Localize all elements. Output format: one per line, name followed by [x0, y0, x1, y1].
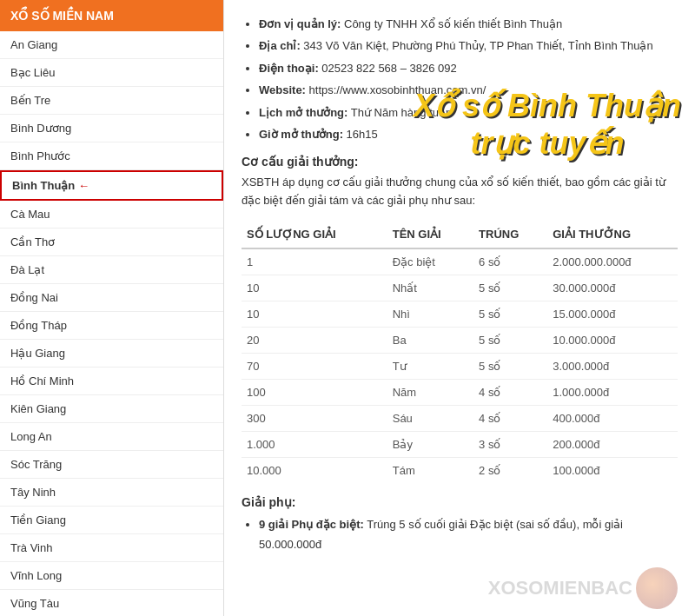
table-cell: 300: [242, 405, 387, 431]
table-header-cell: SỐ LƯỢNG GIẢI: [242, 221, 387, 248]
watermark-text: XOSOMIENBAC: [488, 577, 632, 599]
info-item: Đơn vị quản lý: Công ty TNHH Xổ số kiến …: [259, 14, 678, 34]
table-cell: 1.000: [242, 431, 387, 457]
table-row: 10Nhất5 số30.000.000đ: [242, 275, 678, 301]
table-header-cell: TÊN GIẢI: [387, 221, 473, 248]
table-cell: 3.000.000đ: [547, 353, 678, 379]
table-cell: 400.000đ: [547, 405, 678, 431]
table-cell: 5 số: [473, 353, 547, 379]
table-cell: 15.000.000đ: [547, 301, 678, 327]
sidebar-item-hồ-chí-minh[interactable]: Hồ Chí Minh: [0, 368, 223, 395]
table-cell: Nhì: [387, 301, 473, 327]
prize-table: SỐ LƯỢNG GIẢITÊN GIẢITRÚNGGIẢI THƯỞNG 1Đ…: [242, 221, 678, 483]
table-cell: 10: [242, 275, 387, 301]
table-cell: 20: [242, 327, 387, 353]
sidebar-item-vũng-tàu[interactable]: Vũng Tàu: [0, 590, 223, 616]
table-cell: Ba: [387, 327, 473, 353]
info-item: Website: https://www.xosobinhthuan.com.v…: [259, 80, 678, 100]
sidebar-item-hậu-giang[interactable]: Hậu Giang: [0, 340, 223, 368]
sidebar-item-vĩnh-long[interactable]: Vĩnh Long: [0, 562, 223, 590]
sidebar-item-bến-tre[interactable]: Bến Tre: [0, 87, 223, 115]
sidebar-item-kiên-giang[interactable]: Kiên Giang: [0, 395, 223, 423]
table-cell: 3 số: [473, 431, 547, 457]
sidebar-item-đồng-nai[interactable]: Đồng Nai: [0, 284, 223, 312]
table-cell: 6 số: [473, 248, 547, 275]
sidebar-item-cần-thơ[interactable]: Cần Thơ: [0, 229, 223, 256]
sidebar: XỔ SỐ MIỀN NAM An GiangBạc LiêuBến TreBì…: [0, 0, 224, 616]
info-item: Giờ mở thưởng: 16h15: [259, 124, 678, 144]
table-row: 70Tư5 số3.000.000đ: [242, 353, 678, 379]
table-row: 100Năm4 số1.000.000đ: [242, 379, 678, 405]
table-cell: Bảy: [387, 431, 473, 457]
sidebar-item-đồng-tháp[interactable]: Đồng Tháp: [0, 312, 223, 340]
info-item: Điện thoại: 02523 822 568 – 3826 092: [259, 58, 678, 78]
table-body: 1Đặc biệt6 số2.000.000.000đ10Nhất5 số30.…: [242, 248, 678, 483]
table-cell: Tám: [387, 457, 473, 483]
table-cell: 2 số: [473, 457, 547, 483]
table-cell: 10.000.000đ: [547, 327, 678, 353]
sidebar-item-tây-ninh[interactable]: Tây Ninh: [0, 479, 223, 507]
table-cell: 100: [242, 379, 387, 405]
table-cell: 5 số: [473, 301, 547, 327]
sidebar-item-trà-vinh[interactable]: Trà Vinh: [0, 534, 223, 562]
sidebar-items-container: An GiangBạc LiêuBến TreBình DươngBình Ph…: [0, 31, 223, 616]
table-cell: 4 số: [473, 405, 547, 431]
table-cell: 2.000.000.000đ: [547, 248, 678, 275]
table-cell: 200.000đ: [547, 431, 678, 457]
table-row: 10Nhì5 số15.000.000đ: [242, 301, 678, 327]
table-cell: 10: [242, 301, 387, 327]
giai-phu-item: 9 giải Phụ đặc biệt: Trúng 5 số cuối giả…: [259, 514, 678, 555]
table-cell: Đặc biệt: [387, 248, 473, 275]
table-cell: 70: [242, 353, 387, 379]
sidebar-header: XỔ SỐ MIỀN NAM: [0, 0, 223, 31]
desc-text: XSBTH áp dụng cơ cấu giải thưởng chung c…: [242, 174, 678, 210]
watermark: XOSOMIENBAC: [488, 567, 678, 609]
sidebar-item-bình-thuận[interactable]: Bình Thuận: [0, 170, 223, 201]
table-header-row: SỐ LƯỢNG GIẢITÊN GIẢITRÚNGGIẢI THƯỞNG: [242, 221, 678, 248]
table-cell: 5 số: [473, 327, 547, 353]
info-item: Lịch mở thưởng: Thứ Năm hàng tuần: [259, 103, 678, 123]
table-cell: 30.000.000đ: [547, 275, 678, 301]
table-cell: Nhất: [387, 275, 473, 301]
sidebar-item-bình-dương[interactable]: Bình Dương: [0, 115, 223, 142]
sidebar-item-cà-mau[interactable]: Cà Mau: [0, 201, 223, 229]
table-row: 300Sáu4 số400.000đ: [242, 405, 678, 431]
table-cell: 1.000.000đ: [547, 379, 678, 405]
info-list: Đơn vị quản lý: Công ty TNHH Xổ số kiến …: [242, 14, 678, 144]
sidebar-item-bạc-liêu[interactable]: Bạc Liêu: [0, 59, 223, 87]
table-cell: 100.000đ: [547, 457, 678, 483]
sidebar-item-an-giang[interactable]: An Giang: [0, 31, 223, 59]
sidebar-item-đà-lạt[interactable]: Đà Lạt: [0, 256, 223, 284]
giai-phu-list: 9 giải Phụ đặc biệt: Trúng 5 số cuối giả…: [242, 514, 678, 555]
table-row: 1.000Bảy3 số200.000đ: [242, 431, 678, 457]
table-row: 10.000Tám2 số100.000đ: [242, 457, 678, 483]
table-cell: 5 số: [473, 275, 547, 301]
sidebar-item-tiền-giang[interactable]: Tiền Giang: [0, 507, 223, 534]
table-row: 20Ba5 số10.000.000đ: [242, 327, 678, 353]
co-cau-label: Cơ cấu giải thưởng:: [242, 155, 678, 169]
watermark-logo: [636, 567, 678, 609]
table-cell: Tư: [387, 353, 473, 379]
table-cell: Năm: [387, 379, 473, 405]
table-cell: 4 số: [473, 379, 547, 405]
table-header-cell: GIẢI THƯỞNG: [547, 221, 678, 248]
table-cell: Sáu: [387, 405, 473, 431]
giai-phu-label: Giải phụ:: [242, 495, 678, 509]
sidebar-item-long-an[interactable]: Long An: [0, 423, 223, 451]
table-header-cell: TRÚNG: [473, 221, 547, 248]
table-row: 1Đặc biệt6 số2.000.000.000đ: [242, 248, 678, 275]
main-content: Đơn vị quản lý: Công ty TNHH Xổ số kiến …: [224, 0, 695, 616]
sidebar-item-bình-phước[interactable]: Bình Phước: [0, 142, 223, 170]
info-item: Địa chỉ: 343 Võ Văn Kiệt, Phường Phú Thủ…: [259, 36, 678, 56]
sidebar-item-sóc-trăng[interactable]: Sóc Trăng: [0, 451, 223, 479]
table-cell: 10.000: [242, 457, 387, 483]
table-cell: 1: [242, 248, 387, 275]
